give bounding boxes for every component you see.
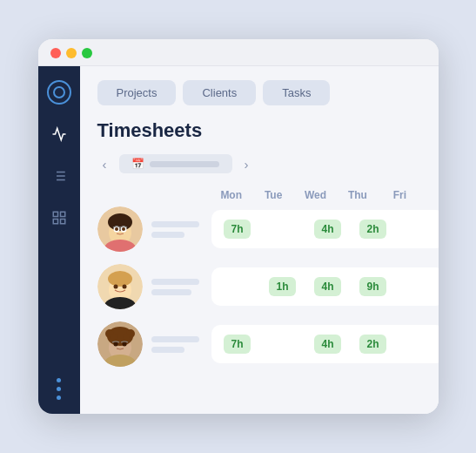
badge-3-wed: 4h	[314, 335, 340, 354]
tab-clients[interactable]: Clients	[183, 80, 256, 105]
cell-3-mon[interactable]: 7h	[215, 335, 260, 354]
badge-1-wed: 4h	[314, 220, 340, 239]
browser-window: Projects Clients Tasks Timesheets ‹ 📅 › …	[38, 39, 439, 414]
title-bar	[38, 39, 439, 66]
avatar-person2	[97, 264, 143, 309]
cell-3-wed[interactable]: 4h	[305, 335, 351, 354]
dot-2	[57, 387, 61, 391]
hours-row-1: 7h 4h 2h	[211, 210, 439, 248]
avatar-person3	[97, 321, 143, 367]
close-dot[interactable]	[50, 48, 61, 58]
col-header-thu: Thu	[337, 189, 379, 201]
badge-1-thu: 2h	[359, 220, 385, 239]
svg-point-31	[123, 334, 130, 341]
badge-1-mon: 7h	[224, 220, 250, 239]
person3-name	[151, 336, 199, 342]
badge-3-mon: 7h	[224, 335, 250, 354]
tab-tasks[interactable]: Tasks	[263, 80, 330, 105]
calendar-icon: 📅	[131, 158, 144, 170]
cell-1-thu[interactable]: 2h	[351, 220, 396, 239]
top-tabs: Projects Clients Tasks	[97, 80, 421, 105]
cell-1-mon[interactable]: 7h	[215, 220, 260, 239]
svg-point-22	[113, 285, 117, 289]
tab-projects[interactable]: Projects	[97, 80, 177, 105]
person3-role	[151, 347, 184, 353]
badge-2-wed: 4h	[314, 277, 340, 296]
hours-row-3: 7h 4h 2h	[211, 325, 439, 363]
col-header-wed: Wed	[294, 189, 336, 201]
svg-point-13	[108, 213, 132, 231]
cell-2-thu[interactable]: 9h	[351, 277, 396, 296]
svg-point-30	[111, 334, 117, 341]
hours-row-2: 1h 4h 9h	[211, 267, 439, 306]
svg-point-23	[122, 285, 126, 289]
col-headers: Mon Tue Wed Thu Fri	[211, 189, 421, 201]
main-content: Projects Clients Tasks Timesheets ‹ 📅 › …	[80, 66, 439, 414]
cell-1-wed[interactable]: 4h	[305, 220, 351, 239]
person1-info	[151, 221, 199, 238]
svg-rect-7	[60, 212, 64, 216]
badge-3-thu: 2h	[359, 335, 385, 354]
page-title: Timesheets	[97, 119, 421, 142]
timesheet-row-2: 1h 4h 9h	[97, 264, 421, 309]
svg-point-16	[115, 227, 118, 231]
badge-2-tue: 1h	[269, 277, 295, 296]
person2-role	[151, 289, 191, 295]
col-header-tue: Tue	[252, 189, 294, 201]
logo-inner	[53, 86, 65, 98]
avatar-person1	[97, 206, 143, 252]
person1-name	[151, 221, 199, 227]
cell-3-thu[interactable]: 2h	[351, 335, 396, 354]
cell-2-wed[interactable]: 4h	[305, 277, 351, 296]
person2-name	[151, 279, 199, 285]
sidebar-dots	[57, 378, 61, 400]
svg-rect-8	[53, 220, 57, 224]
person3-info	[151, 336, 199, 353]
chart-line-icon[interactable]	[47, 122, 71, 146]
svg-point-17	[122, 227, 125, 231]
logo[interactable]	[47, 80, 71, 105]
maximize-dot[interactable]	[82, 48, 92, 58]
person2-info	[151, 279, 199, 295]
dot-3	[57, 396, 61, 400]
col-header-fri: Fri	[379, 189, 420, 201]
prev-button[interactable]: ‹	[97, 155, 112, 173]
minimize-dot[interactable]	[66, 48, 77, 58]
svg-point-33	[122, 342, 126, 347]
svg-point-32	[113, 342, 117, 347]
svg-point-21	[108, 271, 132, 287]
date-range-bar	[150, 161, 219, 167]
main-layout: Projects Clients Tasks Timesheets ‹ 📅 › …	[38, 66, 439, 414]
grid-icon[interactable]	[47, 206, 71, 230]
date-nav: ‹ 📅 ›	[97, 154, 421, 173]
dot-1	[57, 378, 61, 382]
sidebar	[38, 66, 80, 414]
svg-rect-9	[60, 220, 64, 224]
cell-2-tue[interactable]: 1h	[260, 277, 305, 296]
svg-rect-6	[53, 212, 57, 216]
list-icon[interactable]	[47, 164, 71, 188]
badge-2-thu: 9h	[359, 277, 385, 296]
col-header-mon: Mon	[211, 189, 252, 201]
date-bar: 📅	[119, 154, 232, 173]
timesheet-row-3: 7h 4h 2h	[97, 321, 421, 367]
person1-role	[151, 232, 184, 238]
timesheet-row: 7h 4h 2h	[97, 206, 421, 252]
next-button[interactable]: ›	[239, 155, 254, 173]
